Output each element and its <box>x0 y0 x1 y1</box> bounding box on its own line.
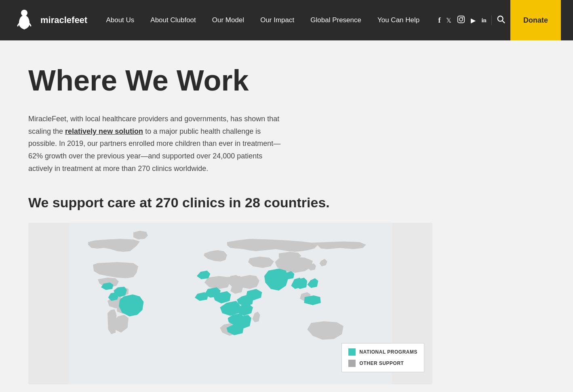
linkedin-icon[interactable]: in <box>481 17 487 24</box>
twitter-icon[interactable]: 𝕏 <box>446 17 451 24</box>
facebook-icon[interactable]: f <box>438 16 440 25</box>
svg-point-2 <box>459 17 463 21</box>
nav-about-us[interactable]: About Us <box>98 12 142 28</box>
relatively-new-solution-link[interactable]: relatively new solution <box>65 127 143 135</box>
other-support-color <box>348 360 356 367</box>
nav-our-impact[interactable]: Our Impact <box>252 12 302 28</box>
nav-right: f 𝕏 ▶ in Donate <box>438 0 561 40</box>
logo-icon <box>12 8 36 32</box>
social-icons: f 𝕏 ▶ in <box>438 15 487 25</box>
instagram-icon[interactable] <box>457 15 465 25</box>
svg-line-5 <box>502 21 505 23</box>
svg-point-4 <box>498 16 503 21</box>
subtitle: We support care at 270 clinics in 28 cou… <box>28 195 432 211</box>
map-legend: NATIONAL PROGRAMS OTHER SUPPORT <box>341 343 424 372</box>
navbar: miraclefeet About Us About Clubfoot Our … <box>0 0 573 40</box>
svg-point-0 <box>21 10 27 16</box>
donate-button[interactable]: Donate <box>510 0 561 40</box>
main-content: Where We Work MiracleFeet, with local he… <box>0 40 573 392</box>
legend-national-programs: NATIONAL PROGRAMS <box>348 348 417 356</box>
youtube-icon[interactable]: ▶ <box>471 17 476 24</box>
description-text: MiracleFeet, with local healthcare provi… <box>28 113 283 175</box>
other-support-label: OTHER SUPPORT <box>360 360 404 366</box>
nav-about-clubfoot[interactable]: About Clubfoot <box>142 12 204 28</box>
national-programs-color <box>348 348 356 356</box>
search-button[interactable] <box>497 15 506 26</box>
map-container: NATIONAL PROGRAMS OTHER SUPPORT <box>28 223 432 384</box>
legend-other-support: OTHER SUPPORT <box>348 360 417 367</box>
svg-point-3 <box>463 17 464 18</box>
page-title: Where We Work <box>28 65 545 97</box>
logo-text: miraclefeet <box>40 15 87 25</box>
nav-links: About Us About Clubfoot Our Model Our Im… <box>98 12 428 28</box>
nav-divider <box>491 15 492 25</box>
nav-our-model[interactable]: Our Model <box>204 12 252 28</box>
national-programs-label: NATIONAL PROGRAMS <box>360 349 417 355</box>
nav-global-presence[interactable]: Global Presence <box>302 12 369 28</box>
nav-you-can-help[interactable]: You Can Help <box>369 12 428 28</box>
logo-link[interactable]: miraclefeet <box>12 8 87 32</box>
svg-rect-1 <box>458 16 465 23</box>
